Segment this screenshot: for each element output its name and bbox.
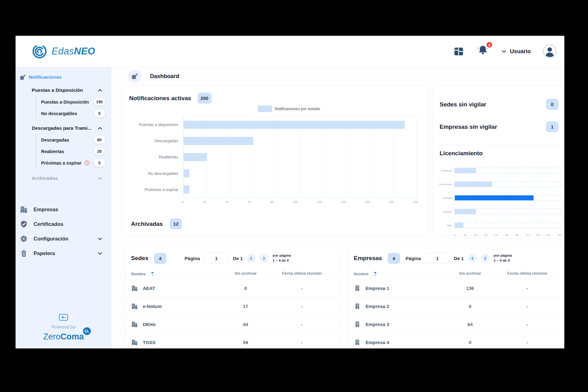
edasneo-logo-icon: [31, 43, 48, 60]
sidebar-item[interactable]: Descargadas60: [36, 134, 106, 146]
chevron-down-icon: [97, 176, 103, 181]
count-badge: 20: [94, 147, 105, 155]
sidebar-subitems: Puestas a Disposición190No descargables5: [35, 96, 106, 119]
row-sin-archivar: 59: [219, 340, 272, 345]
table-row[interactable]: TGSS59-: [126, 333, 338, 348]
page-of-label: De 1: [454, 256, 464, 261]
sidebar-item-label: Archivadas: [32, 175, 97, 181]
sidebar-item-configuracin[interactable]: Configuración: [16, 231, 111, 246]
axis-tick-label: 80: [270, 200, 273, 203]
licensing-bar: [455, 168, 476, 173]
chevron-down-icon: [501, 49, 507, 54]
archived-row: Archivadas 12: [131, 218, 182, 229]
divider: [433, 145, 564, 145]
row-fecha: -: [272, 322, 332, 327]
sidebar-item-certificados[interactable]: Certificados: [16, 217, 111, 231]
sidebar-item[interactable]: Próximas a expirar5: [36, 157, 106, 169]
table-row[interactable]: e-Notum17-: [126, 297, 338, 315]
count-badge: 60: [94, 136, 105, 144]
licensing-row: Empresas: [436, 164, 562, 177]
gear-icon: [20, 235, 28, 243]
table-row[interactable]: Empresa 1136-: [349, 279, 564, 297]
row-sin-archivar: 17: [219, 304, 272, 309]
next-page-button[interactable]: [481, 254, 489, 263]
axis-tick-label: 40: [226, 200, 229, 203]
avatar[interactable]: [543, 44, 557, 58]
sidebar-item[interactable]: Puestas a Disposición190: [36, 96, 106, 108]
licensing-title: Licenciamiento: [440, 150, 483, 157]
axis-tick-label: 20: [203, 200, 206, 203]
row-name: AEAT: [143, 286, 155, 291]
user-menu[interactable]: Usuario: [501, 48, 531, 55]
sidebar-item-archivadas[interactable]: Archivadas: [16, 172, 111, 184]
page-label: Página: [406, 256, 421, 261]
sort-icon[interactable]: [373, 271, 377, 277]
row-name-cell: AEAT: [131, 285, 219, 292]
row-sin-archivar: 64: [444, 322, 497, 327]
range-label: 1 – 4 de 4: [273, 259, 289, 262]
chevron-left-icon: [470, 256, 474, 260]
chevron-down-icon: [97, 236, 103, 241]
row-name-cell: e-Notum: [131, 303, 219, 310]
sidebar-item[interactable]: No descargables5: [36, 108, 106, 119]
collapse-sidebar-icon[interactable]: [59, 314, 68, 321]
powered-by-label: Powered by: [16, 324, 111, 329]
table-row[interactable]: Empresa 40-: [349, 333, 564, 348]
column-header-fecha: Fecha última revisión: [272, 271, 332, 277]
row-name: Empresa 1: [366, 286, 389, 291]
sidebar-item-label: Descargadas: [41, 138, 69, 142]
page-title: Dashboard: [150, 73, 179, 80]
header-actions: 4 Usuario: [453, 44, 560, 58]
axis-tick-label: 200: [413, 200, 418, 203]
sidebar-group-header[interactable]: Puestas a Disposición: [16, 84, 111, 96]
sidebar-item[interactable]: Reabiertas20: [36, 146, 106, 157]
table-header: Empresas 4 Página De 1 por página 1 – 4 …: [349, 246, 564, 264]
table-row[interactable]: Empresa 20-: [349, 297, 564, 315]
office-building-icon: [131, 285, 138, 292]
zerocoma-mark-icon: O,: [83, 327, 91, 335]
axis-tick-label: 20: [474, 234, 477, 236]
licensing-bar: [455, 209, 476, 214]
notifications-bell-button[interactable]: 4: [476, 44, 489, 58]
sort-icon[interactable]: [151, 271, 154, 277]
licensing-category-label: Espacio: [436, 210, 452, 213]
axis-tick-label: 100: [558, 234, 562, 236]
sidebar-item-label: Empresas: [34, 207, 103, 212]
prev-page-button[interactable]: [247, 254, 255, 263]
chart-legend: Notificaciones por estado: [258, 105, 320, 112]
table-row[interactable]: DEHú44-: [126, 315, 338, 333]
layout-grid-icon[interactable]: [453, 46, 464, 57]
table-column-headers: NombreSin archivarFecha última revisión: [349, 271, 564, 277]
axis-tick-label: 0: [455, 234, 456, 236]
trash-icon: [20, 249, 28, 258]
licensing-row: Usuarios: [436, 191, 562, 205]
page-input[interactable]: [204, 253, 229, 264]
page-input[interactable]: [425, 253, 450, 264]
axis-tick-label: 80: [537, 234, 539, 236]
sidebar-group-header[interactable]: Descargadas para Trami...: [16, 122, 111, 133]
table-row[interactable]: Empresa 364-: [349, 315, 564, 333]
sedes-table-card: Sedes 4 Página De 1 por página 1 – 4 de …: [126, 246, 338, 348]
column-label: Nombre: [131, 272, 146, 276]
licensing-category-label: Conexiones: [436, 183, 452, 186]
company-building-icon: [354, 339, 361, 346]
row-fecha: -: [272, 304, 332, 309]
row-name: TGSS: [143, 340, 156, 345]
page-header: Dashboard: [128, 70, 179, 83]
legend-swatch: [258, 105, 272, 112]
chart-category-label: Reabiertas: [123, 155, 178, 159]
chart-category-label: Descargadas: [123, 138, 178, 143]
row-name-cell: Empresa 2: [354, 303, 444, 310]
axis-tick-label: 70: [526, 234, 529, 236]
sidebar-item-papelera[interactable]: Papelera: [16, 246, 111, 261]
licensing-bar-track: [455, 222, 562, 228]
sidebar-item-empresas[interactable]: Empresas: [16, 202, 111, 217]
prev-page-button[interactable]: [468, 254, 477, 263]
next-page-button[interactable]: [260, 254, 268, 263]
sidebar-item-notificaciones[interactable]: Notificaciones: [16, 71, 111, 84]
app-title: EdasNEO: [52, 46, 95, 57]
zerocoma-coma: Coma: [60, 332, 84, 341]
monitoring-card: Sedes sin vigilar 0 Empresas sin vigilar…: [432, 86, 564, 236]
sidebar-item-label: Reabiertas: [41, 149, 64, 154]
table-row[interactable]: AEAT0-: [126, 279, 338, 297]
